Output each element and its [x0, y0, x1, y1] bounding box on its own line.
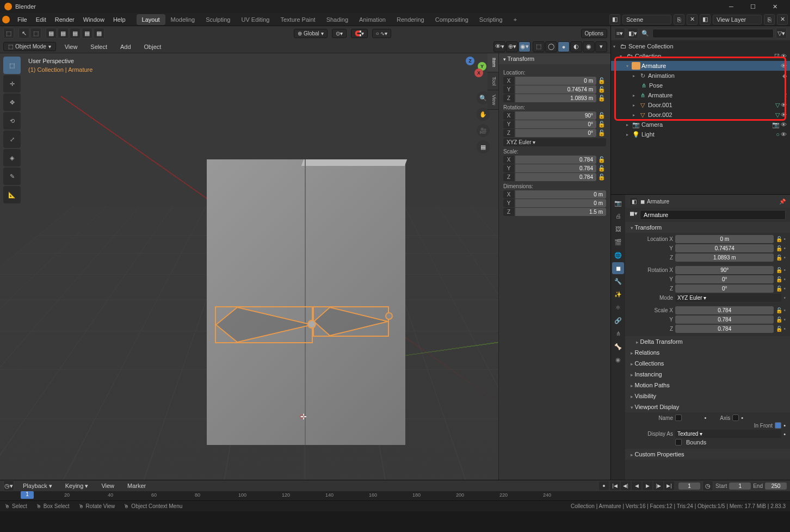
bone-2[interactable]: [313, 306, 389, 337]
shading-wire-icon[interactable]: ◯: [545, 41, 557, 52]
jump-end-icon[interactable]: ▶|: [664, 481, 674, 490]
lock-icon[interactable]: 🔓: [597, 86, 606, 93]
viewlayer-browse-icon[interactable]: ◧: [700, 14, 711, 25]
expand-icon[interactable]: ▸: [633, 103, 638, 108]
rotation-y-field[interactable]: 0°: [515, 120, 596, 128]
section-collections[interactable]: Collections: [625, 358, 790, 369]
start-frame-input[interactable]: 1: [729, 482, 751, 490]
lock-icon[interactable]: 🔓: [776, 267, 782, 273]
menu-object-3d[interactable]: Object: [140, 42, 166, 52]
tab-scripting[interactable]: Scripting: [474, 14, 508, 25]
cursor-tool-icon[interactable]: ↖: [18, 28, 29, 39]
prop-loc-y[interactable]: 0.74574: [675, 244, 774, 252]
xray-toggle-icon[interactable]: ⬚: [533, 41, 545, 52]
bone-tip-icon[interactable]: [385, 312, 393, 320]
menu-file[interactable]: File: [13, 15, 32, 24]
tab-texture-paint[interactable]: Texture Paint: [275, 14, 320, 25]
gizmo-toggle-icon[interactable]: ⊕▾: [506, 41, 518, 52]
prop-rot-y[interactable]: 0°: [675, 275, 774, 283]
scale-y-field[interactable]: 0.784: [515, 164, 596, 172]
eye-icon[interactable]: 👁: [781, 131, 787, 138]
section-viewport-display[interactable]: Viewport Display: [625, 401, 790, 412]
location-z-field[interactable]: 1.0893 m: [515, 94, 596, 102]
timeline-ruler[interactable]: 1 20 40 60 80 100 120 140 160 180 200 22…: [0, 491, 790, 500]
snap-icon4[interactable]: ▦: [82, 28, 92, 39]
timeline-marker[interactable]: Marker: [123, 481, 150, 491]
overlay-toggle-icon[interactable]: ◉▾: [519, 41, 530, 52]
viewlayer-delete-icon[interactable]: ✕: [777, 14, 788, 25]
axis-checkbox[interactable]: [732, 415, 739, 421]
menu-add-3d[interactable]: Add: [116, 42, 135, 52]
lock-icon[interactable]: 🔓: [776, 307, 782, 313]
shading-dropdown-icon[interactable]: ▾: [595, 41, 607, 52]
rotation-z-field[interactable]: 0°: [515, 129, 596, 137]
displayas-dropdown[interactable]: Textured ▾: [675, 430, 781, 438]
bone-1[interactable]: [215, 306, 313, 343]
section-motion-paths[interactable]: Motion Paths: [625, 380, 790, 391]
tab-modeling[interactable]: Modeling: [165, 14, 201, 25]
frame-lock-icon[interactable]: ◷: [702, 480, 713, 491]
outliner-view-icon[interactable]: ◧▾: [627, 28, 638, 39]
snap-icon[interactable]: ▦: [46, 28, 57, 39]
menu-help[interactable]: Help: [109, 15, 130, 24]
mode-selector[interactable]: ⬚ Object Mode ▾: [3, 42, 56, 51]
snap-icon2[interactable]: ▦: [58, 28, 69, 39]
scene-selector[interactable]: [622, 15, 671, 24]
prop-tab-material[interactable]: ◉: [612, 354, 624, 366]
outliner-search-input[interactable]: [652, 29, 774, 38]
nav-gizmo[interactable]: Z Y X: [455, 57, 485, 87]
tree-door-002[interactable]: ▸ ▽ Door.002 ▽👁: [611, 110, 790, 120]
infront-checkbox[interactable]: [775, 422, 781, 429]
tool-move[interactable]: ✥: [3, 94, 21, 111]
tab-add[interactable]: +: [508, 14, 522, 25]
close-button[interactable]: ✕: [764, 0, 786, 13]
tab-rendering[interactable]: Rendering: [391, 14, 430, 25]
prop-tab-constraints[interactable]: 🔗: [612, 314, 624, 326]
expand-icon[interactable]: ▸: [633, 73, 638, 78]
object-name-input[interactable]: [640, 210, 786, 220]
expand-icon[interactable]: ▸: [626, 122, 632, 127]
tab-uv-editing[interactable]: UV Editing: [236, 14, 275, 25]
tree-pose[interactable]: ⋔ Pose: [611, 81, 790, 90]
lock-icon[interactable]: 🔓: [776, 245, 782, 251]
prop-tab-particles[interactable]: ✨: [612, 288, 624, 300]
tool-cursor[interactable]: ✛: [3, 75, 21, 92]
lock-icon[interactable]: 🔓: [597, 77, 606, 84]
tool-select-box[interactable]: ⬚: [3, 57, 21, 74]
end-frame-input[interactable]: 250: [765, 482, 787, 490]
section-relations[interactable]: Relations: [625, 347, 790, 358]
checkbox-icon[interactable]: ☑: [774, 53, 780, 60]
lock-icon[interactable]: 🔓: [597, 174, 606, 181]
expand-icon[interactable]: ▸: [633, 113, 638, 117]
play-icon[interactable]: ▶: [643, 481, 652, 490]
orientation-dropdown[interactable]: ⊕ Global ▾: [294, 29, 327, 38]
prop-tab-object[interactable]: ◼: [612, 262, 624, 274]
section-transform[interactable]: Transform: [625, 222, 790, 233]
location-y-field[interactable]: 0.74574 m: [515, 85, 596, 94]
nav-persp-icon[interactable]: ▦: [477, 140, 490, 153]
expand-icon[interactable]: ▸: [626, 132, 632, 137]
timeline-playback[interactable]: Playback ▾: [18, 481, 57, 491]
prop-rot-x[interactable]: 90°: [675, 266, 774, 274]
maximize-button[interactable]: ☐: [742, 0, 764, 13]
prop-tab-bone[interactable]: 🦴: [612, 341, 624, 352]
prop-tab-render[interactable]: 📷: [612, 197, 624, 209]
section-instancing[interactable]: Instancing: [625, 369, 790, 380]
bone-joint-icon[interactable]: [307, 320, 316, 329]
nav-camera-icon[interactable]: 🎥: [477, 124, 490, 137]
scene-delete-icon[interactable]: ✕: [687, 14, 698, 25]
pivot-dropdown[interactable]: ⊙▾: [332, 29, 347, 38]
tree-armature-data[interactable]: ▸ ⋔ Armature ⟟: [611, 90, 790, 100]
lock-icon[interactable]: 🔓: [597, 121, 606, 128]
tree-armature[interactable]: ▾ ⋔ Armature 👁: [611, 61, 790, 71]
menu-render[interactable]: Render: [51, 15, 79, 24]
outliner-tree[interactable]: ▾ 🗀 Scene Collection ▾ 🗀 Collection ☑👁 ▾…: [611, 40, 790, 194]
eye-icon[interactable]: 👁: [781, 102, 787, 108]
lock-icon[interactable]: 🔓: [776, 236, 782, 242]
viewport-3d[interactable]: ⬚ ✛ ✥ ⟲ ⤢ ◈ ✎ 📐 User Perspective (1) Col…: [0, 53, 610, 480]
menu-view-3d[interactable]: View: [60, 42, 82, 52]
current-frame-marker[interactable]: 1: [21, 491, 34, 499]
lock-icon[interactable]: 🔓: [597, 156, 606, 163]
shading-solid-icon[interactable]: ●: [558, 41, 570, 52]
lock-icon[interactable]: 🔓: [597, 112, 606, 119]
